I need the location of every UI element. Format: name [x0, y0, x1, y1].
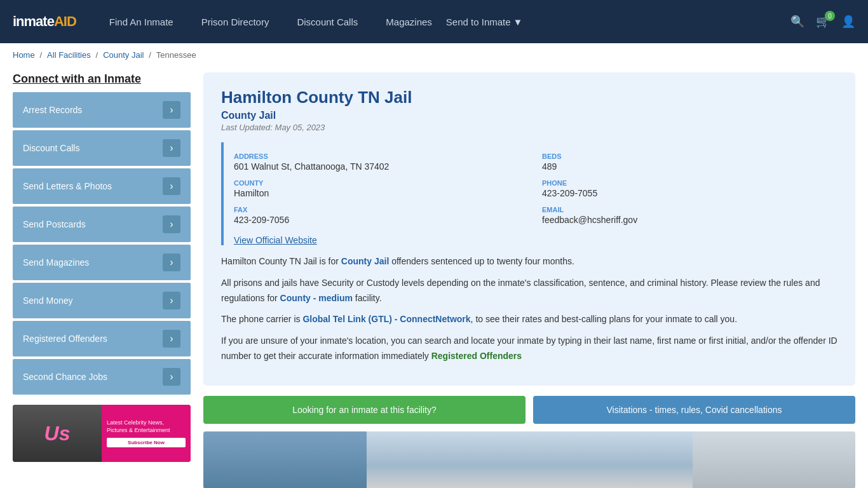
image-segment-1	[203, 431, 367, 488]
desc-paragraph-3: The phone carrier is Global Tel Link (GT…	[221, 312, 837, 327]
breadcrumb-county-jail[interactable]: County Jail	[103, 50, 144, 60]
chevron-right-icon: ›	[163, 330, 180, 348]
looking-for-inmate-button[interactable]: Looking for an inmate at this facility?	[203, 396, 526, 424]
sidebar-item-postcards[interactable]: Send Postcards ›	[13, 207, 191, 242]
sidebar-heading: Connect with an Inmate	[13, 72, 191, 86]
sidebar-label: Arrest Records	[23, 105, 82, 115]
beds-label: BEDS	[542, 152, 837, 160]
breadcrumb-home[interactable]: Home	[13, 50, 35, 60]
cart-badge: 0	[825, 11, 835, 21]
sidebar-item-money[interactable]: Send Money ›	[13, 283, 191, 318]
address-cell: ADDRESS 601 Walnut St, Chattanooga, TN 3…	[234, 152, 529, 172]
chevron-down-icon: ▼	[513, 17, 523, 27]
address-value: 601 Walnut St, Chattanooga, TN 37402	[234, 161, 529, 172]
breadcrumb-sep-1: /	[40, 50, 43, 60]
ad-tagline: Latest Celebrity News, Pictures & Entert…	[107, 419, 186, 434]
sidebar-label: Send Magazines	[23, 257, 89, 268]
registered-offenders-link[interactable]: Registered Offenders	[431, 351, 522, 361]
facility-description: Hamilton County TN Jail is for County Ja…	[221, 245, 837, 364]
facility-card: Hamilton County TN Jail County Jail Last…	[203, 72, 855, 386]
sidebar-label: Registered Offenders	[23, 334, 107, 344]
chevron-right-icon: ›	[163, 215, 180, 233]
facility-name: Hamilton County TN Jail	[221, 88, 837, 107]
main-content: Hamilton County TN Jail County Jail Last…	[203, 72, 855, 488]
breadcrumb-state: Tennessee	[156, 50, 196, 60]
breadcrumb-sep-2: /	[96, 50, 98, 60]
email-label: EMAIL	[542, 206, 837, 214]
view-website-link[interactable]: View Official Website	[234, 235, 317, 245]
sidebar-label: Send Money	[23, 295, 73, 306]
beds-cell: BEDS 489	[542, 152, 837, 172]
fax-label: FAX	[234, 206, 529, 214]
fax-cell: FAX 423-209-7056	[234, 206, 529, 225]
chevron-right-icon: ›	[163, 368, 180, 386]
chevron-right-icon: ›	[163, 254, 180, 271]
desc-paragraph-2: All prisons and jails have Security or C…	[221, 276, 837, 306]
chevron-right-icon: ›	[163, 139, 180, 157]
breadcrumb-sep-3: /	[149, 50, 151, 60]
sidebar-item-letters-photos[interactable]: Send Letters & Photos ›	[13, 168, 191, 204]
desc-paragraph-1: Hamilton County TN Jail is for County Ja…	[221, 254, 837, 269]
chevron-right-icon: ›	[163, 101, 180, 119]
info-grid: ADDRESS 601 Walnut St, Chattanooga, TN 3…	[224, 142, 837, 235]
beds-value: 489	[542, 161, 837, 172]
nav-send-to-inmate[interactable]: Send to Inmate ▼	[446, 17, 523, 27]
county-medium-link[interactable]: County - medium	[280, 293, 353, 303]
sidebar-label: Second Chance Jobs	[23, 372, 107, 382]
last-updated: Last Updated: May 05, 2023	[221, 123, 837, 132]
nav-magazines[interactable]: Magazines	[372, 17, 446, 27]
sidebar-item-offenders[interactable]: Registered Offenders ›	[13, 321, 191, 356]
navbar-icons: 🔍 🛒 0 👤	[790, 15, 855, 29]
sidebar-label: Send Letters & Photos	[23, 181, 112, 191]
gtl-link[interactable]: Global Tel Link (GTL) - ConnectNetwork	[302, 314, 470, 324]
address-label: ADDRESS	[234, 152, 529, 160]
ad-subscribe-button[interactable]: Subscribe Now	[107, 438, 186, 447]
sidebar-item-arrest-records[interactable]: Arrest Records ›	[13, 92, 191, 128]
sidebar-item-magazines[interactable]: Send Magazines ›	[13, 245, 191, 280]
sidebar-item-jobs[interactable]: Second Chance Jobs ›	[13, 359, 191, 395]
nav-find-inmate[interactable]: Find An Inmate	[95, 17, 187, 27]
sidebar: Connect with an Inmate Arrest Records › …	[13, 72, 191, 488]
phone-label: PHONE	[542, 179, 837, 187]
image-segment-2	[367, 431, 693, 488]
county-label: COUNTY	[234, 179, 529, 187]
logo[interactable]: inmateAID	[13, 13, 76, 30]
county-cell: COUNTY Hamilton	[234, 179, 529, 198]
phone-cell: PHONE 423-209-7055	[542, 179, 837, 198]
search-icon[interactable]: 🔍	[790, 15, 804, 29]
phone-value: 423-209-7055	[542, 188, 837, 198]
chevron-right-icon: ›	[163, 177, 180, 195]
breadcrumb-all-facilities[interactable]: All Facilities	[47, 50, 91, 60]
user-icon[interactable]: 👤	[841, 15, 855, 29]
cart-icon[interactable]: 🛒 0	[816, 15, 830, 29]
county-value: Hamilton	[234, 188, 529, 198]
main-layout: Connect with an Inmate Arrest Records › …	[0, 66, 868, 488]
sidebar-label: Discount Calls	[23, 143, 79, 153]
ad-image: Us	[13, 405, 102, 462]
nav-discount-calls[interactable]: Discount Calls	[283, 17, 372, 27]
facility-image-strip	[203, 431, 855, 488]
image-segment-3	[693, 431, 856, 488]
desc-paragraph-4: If you are unsure of your inmate's locat…	[221, 334, 837, 364]
sidebar-item-discount-calls[interactable]: Discount Calls ›	[13, 130, 191, 166]
cta-buttons: Looking for an inmate at this facility? …	[203, 396, 855, 424]
email-cell: EMAIL feedback@hcsheriff.gov	[542, 206, 837, 225]
sidebar-ad[interactable]: Us Latest Celebrity News, Pictures & Ent…	[13, 405, 191, 462]
chevron-right-icon: ›	[163, 292, 180, 309]
email-value: feedback@hcsheriff.gov	[542, 215, 837, 225]
visitations-button[interactable]: Visitations - times, rules, Covid cancel…	[533, 396, 855, 424]
image-inner	[203, 431, 855, 488]
nav-prison-directory[interactable]: Prison Directory	[187, 17, 283, 27]
breadcrumb: Home / All Facilities / County Jail / Te…	[0, 43, 868, 66]
fax-value: 423-209-7056	[234, 215, 529, 225]
main-nav: Find An Inmate Prison Directory Discount…	[95, 17, 790, 27]
sidebar-label: Send Postcards	[23, 219, 86, 229]
county-jail-link[interactable]: County Jail	[341, 256, 389, 266]
ad-content: Latest Celebrity News, Pictures & Entert…	[102, 405, 191, 462]
ad-inner: Us Latest Celebrity News, Pictures & Ent…	[13, 405, 191, 462]
navbar: inmateAID Find An Inmate Prison Director…	[0, 0, 868, 43]
facility-type: County Jail	[221, 110, 837, 121]
